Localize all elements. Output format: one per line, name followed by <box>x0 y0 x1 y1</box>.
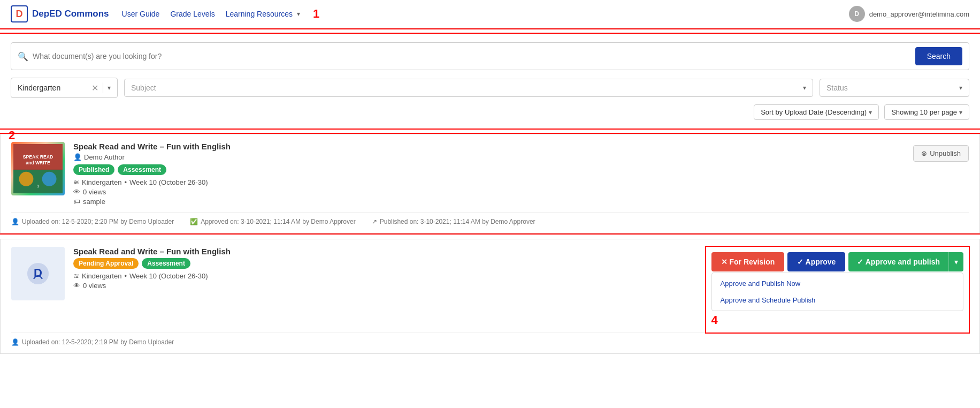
card1-views: 👁 0 views <box>73 188 969 196</box>
card2-actions-wrap: ✕ For Revision ✓ Approve ✓ Approve and p… <box>706 247 969 333</box>
logo[interactable]: D DepED Commons <box>11 5 109 22</box>
chevron-down-icon: ▾ <box>869 109 872 116</box>
approve-button[interactable]: ✓ Approve <box>787 252 845 271</box>
card2-uploaded: 👤 Uploaded on: 12-5-2020; 2:19 PM by Dem… <box>11 338 174 346</box>
unpublish-button[interactable]: ⊗ Unpublish <box>913 145 969 162</box>
chevron-down-icon: ▾ <box>108 84 111 92</box>
card1-actions: ⊗ Unpublish <box>913 145 969 162</box>
grade-filter[interactable]: Kindergarten ✕ ▾ <box>11 78 118 98</box>
card1-footer: 👤 Uploaded on: 12-5-2020; 2:20 PM by Dem… <box>11 212 969 225</box>
for-revision-button[interactable]: ✕ For Revision <box>711 252 785 271</box>
subject-filter-placeholder: Subject <box>131 84 801 92</box>
status-filter[interactable]: Status ▾ <box>820 79 969 97</box>
search-section: 🔍 Search Kindergarten ✕ ▾ Subject ▾ Stat… <box>0 34 980 129</box>
eye-icon: 👁 <box>73 188 80 196</box>
search-bar: 🔍 Search <box>11 42 969 70</box>
nav-links: User Guide Grade Levels Learning Resourc… <box>122 10 300 18</box>
check-circle-icon: ✅ <box>190 218 198 225</box>
chevron-down-icon: ▾ <box>959 109 962 116</box>
logo-icon: D <box>11 5 28 22</box>
card1-author: 👤 Demo Author <box>73 153 969 161</box>
chevron-down-icon: ▾ <box>803 84 806 92</box>
badge-assessment-2: Assessment <box>142 258 190 269</box>
logo-title: DepED Commons <box>32 9 109 19</box>
avatar: D <box>849 6 865 22</box>
sort-select[interactable]: Sort by Upload Date (Descending) ▾ <box>754 104 879 120</box>
search-button[interactable]: Search <box>915 47 962 65</box>
card1-published: ↗ Published on: 3-10-2021; 11:14 AM by D… <box>372 218 535 225</box>
svg-point-6 <box>42 172 57 186</box>
person-icon: 👤 <box>73 153 82 161</box>
card2-action-buttons: ✕ For Revision ✓ Approve ✓ Approve and p… <box>711 252 963 271</box>
approve-publish-now-item[interactable]: Approve and Publish Now <box>712 275 963 292</box>
deped-logo-icon: D <box>25 260 51 287</box>
filters-row: Kindergarten ✕ ▾ Subject ▾ Status ▾ <box>11 78 969 98</box>
card1-thumbnail: SPEAK READ and WRITE 1 <box>11 142 65 195</box>
approve-publish-dropdown-menu: Approve and Publish Now Approve and Sche… <box>711 273 963 311</box>
upload-icon: 👤 <box>11 218 19 225</box>
approve-publish-button[interactable]: ✓ Approve and publish <box>848 252 948 271</box>
badge-assessment: Assessment <box>118 164 166 175</box>
card1-top: SPEAK READ and WRITE 1 Speak Read and Wr… <box>11 142 969 206</box>
subject-filter[interactable]: Subject ▾ <box>124 79 813 97</box>
card1-thumbnail-img: SPEAK READ and WRITE 1 <box>11 142 65 195</box>
divider <box>103 82 103 93</box>
chevron-down-icon: ▾ <box>297 10 300 18</box>
chevron-down-icon: ▾ <box>959 84 962 92</box>
search-icon: 🔍 <box>18 51 28 62</box>
grade-filter-clear[interactable]: ✕ <box>89 83 101 93</box>
layers-icon: ≋ <box>73 272 79 280</box>
sort-label: Sort by Upload Date (Descending) <box>761 108 867 116</box>
card1-meta: ≋ Kindergarten • Week 10 (October 26-30)… <box>73 178 969 206</box>
nav-grade-levels[interactable]: Grade Levels <box>170 10 215 18</box>
approve-publish-dropdown-button[interactable]: ▾ <box>948 252 963 271</box>
header-left: D DepED Commons User Guide Grade Levels … <box>11 5 319 22</box>
circle-x-icon: ⊗ <box>921 149 927 157</box>
per-page-label: Showing 10 per page <box>891 108 957 116</box>
tag-icon: 🏷 <box>73 198 80 206</box>
svg-text:1: 1 <box>37 184 39 188</box>
svg-text:and WRITE: and WRITE <box>26 160 50 165</box>
card2-footer: 👤 Uploaded on: 12-5-2020; 2:19 PM by Dem… <box>11 333 969 346</box>
per-page-select[interactable]: Showing 10 per page ▾ <box>884 104 969 120</box>
card2-number-label: 4 <box>711 313 963 327</box>
nav-learning-resources[interactable]: Learning Resources ▾ <box>226 10 300 18</box>
search-input[interactable] <box>33 52 910 61</box>
card2-thumbnail: D <box>11 247 65 300</box>
grade-filter-value: Kindergarten <box>18 84 89 92</box>
badge-published: Published <box>73 164 114 175</box>
badge-pending: Pending Approval <box>73 258 139 269</box>
resource-card-1: SPEAK READ and WRITE 1 Speak Read and Wr… <box>0 134 980 233</box>
card1-uploaded: 👤 Uploaded on: 12-5-2020; 2:20 PM by Dem… <box>11 218 174 225</box>
upload-icon: 👤 <box>11 338 19 346</box>
header: D DepED Commons User Guide Grade Levels … <box>0 0 980 28</box>
card1-approved: ✅ Approved on: 3-10-2021; 11:14 AM by De… <box>190 218 356 225</box>
external-link-icon: ↗ <box>372 218 377 225</box>
card1-title: Speak Read and Write – Fun with English <box>73 142 969 151</box>
eye-icon: 👁 <box>73 282 80 290</box>
card1-badges: Published Assessment <box>73 164 969 175</box>
sort-row: Sort by Upload Date (Descending) ▾ Showi… <box>11 104 969 120</box>
header-right: D demo_approver@intelimina.com <box>849 6 969 22</box>
nav-user-guide[interactable]: User Guide <box>122 10 160 18</box>
header-number-label: 1 <box>313 7 319 21</box>
card1-tag: 🏷 sample <box>73 198 969 206</box>
resource-card-2: D Speak Read and Write – Fun with Englis… <box>0 239 980 354</box>
card1-grade: ≋ Kindergarten • Week 10 (October 26-30) <box>73 178 969 186</box>
content-section: SPEAK READ and WRITE 1 Speak Read and Wr… <box>0 134 980 365</box>
svg-text:SPEAK READ: SPEAK READ <box>23 154 53 160</box>
approve-schedule-publish-item[interactable]: Approve and Schedule Publish <box>712 292 963 308</box>
status-filter-placeholder: Status <box>826 84 957 92</box>
layers-icon: ≋ <box>73 178 79 186</box>
user-email: demo_approver@intelimina.com <box>869 10 969 18</box>
svg-point-5 <box>19 172 34 186</box>
card1-info: Speak Read and Write – Fun with English … <box>73 142 969 206</box>
